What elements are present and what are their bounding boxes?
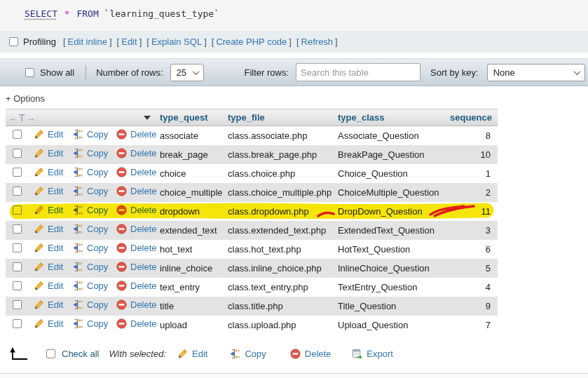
delete-icon (116, 205, 127, 215)
edit-pencil-icon (177, 349, 188, 359)
delete-icon (116, 129, 127, 140)
sort-by-key-select[interactable]: None (487, 64, 585, 81)
row-edit-link[interactable]: Edit (34, 243, 63, 253)
row-delete-link[interactable]: Delete (116, 186, 157, 196)
column-header-type-file[interactable]: type_file (225, 109, 335, 126)
selected-edit-button[interactable]: Edit (177, 349, 207, 359)
row-checkbox[interactable] (13, 224, 22, 234)
row-copy-link[interactable]: Copy (73, 224, 108, 234)
row-copy-link[interactable]: Copy (73, 281, 108, 291)
row-delete-link[interactable]: Delete (116, 205, 157, 215)
cell-type-quest: inline_choice (157, 259, 225, 278)
number-of-rows-select[interactable]: 25 (170, 64, 204, 81)
explain-sql-link[interactable]: Explain SQL (149, 36, 204, 47)
filter-table-input[interactable] (296, 63, 421, 81)
selected-export-button[interactable]: Export (352, 349, 393, 359)
cell-type-class: Associate_Question (335, 126, 447, 145)
row-edit-link[interactable]: Edit (34, 224, 63, 234)
row-delete-link[interactable]: Delete (116, 224, 157, 234)
row-copy-link[interactable]: Copy (73, 205, 108, 215)
create-php-code-link[interactable]: Create PHP code (214, 36, 289, 47)
sort-options-icon[interactable] (144, 116, 151, 120)
row-checkbox[interactable] (13, 262, 22, 271)
row-edit-link[interactable]: Edit (34, 129, 63, 140)
row-select-cell (6, 259, 28, 278)
row-edit-link[interactable]: Edit (34, 186, 63, 196)
chevron-down-icon (573, 68, 580, 75)
row-checkbox[interactable] (13, 149, 22, 158)
cell-type-class: HotText_Question (335, 240, 447, 259)
row-edit-link[interactable]: Edit (34, 262, 63, 272)
edit-pencil-icon (34, 262, 44, 272)
row-copy-link[interactable]: Copy (73, 299, 108, 310)
row-copy-link[interactable]: Copy (73, 129, 108, 140)
check-all-label[interactable]: Check all (62, 349, 99, 359)
column-header-type-class[interactable]: type_class (335, 109, 447, 126)
row-select-cell (6, 164, 28, 183)
row-checkbox[interactable] (13, 300, 22, 309)
row-copy-link[interactable]: Copy (73, 186, 108, 196)
row-checkbox[interactable] (13, 243, 22, 252)
delete-icon (116, 243, 127, 253)
selected-copy-button[interactable]: Copy (230, 349, 266, 359)
row-delete-link[interactable]: Delete (116, 318, 157, 329)
cell-type-class: TextEntry_Question (335, 278, 447, 297)
row-checkbox[interactable] (13, 168, 22, 177)
delete-icon (116, 224, 127, 234)
cell-type-quest: associate (157, 126, 225, 145)
row-delete-link[interactable]: Delete (116, 167, 157, 177)
row-edit-link[interactable]: Edit (34, 299, 63, 310)
row-checkbox[interactable] (13, 130, 22, 139)
row-copy-link[interactable]: Copy (73, 318, 108, 329)
column-reorder-icon[interactable]: ←T→ (8, 112, 36, 123)
copy-row-icon (73, 224, 83, 234)
cell-type-file: class.break_page.php (225, 145, 335, 164)
row-edit-link[interactable]: Edit (34, 167, 63, 177)
sql-select-keyword[interactable]: SELECT (25, 8, 57, 19)
row-checkbox[interactable] (13, 319, 22, 328)
edit-pencil-icon (34, 205, 44, 215)
copy-row-icon (73, 281, 83, 291)
column-header-sequence[interactable]: sequence (447, 109, 498, 126)
row-delete-link[interactable]: Delete (116, 299, 157, 310)
row-copy-link[interactable]: Copy (73, 167, 108, 177)
row-delete-link[interactable]: Delete (116, 243, 157, 253)
cell-type-quest: break_page (157, 145, 225, 164)
divider (86, 65, 86, 79)
cell-sequence: 11 (447, 202, 498, 221)
row-edit-link[interactable]: Edit (34, 205, 63, 215)
cell-sequence: 7 (447, 316, 498, 335)
export-icon (352, 349, 362, 359)
cell-type-file: class.hot_text.php (225, 240, 335, 259)
row-checkbox[interactable] (13, 205, 22, 215)
row-edit-link[interactable]: Edit (34, 318, 63, 329)
row-copy-link[interactable]: Copy (73, 243, 108, 253)
check-all-checkbox[interactable] (46, 349, 55, 358)
result-table-body: Edit Copy Delete associate class.associa… (6, 126, 498, 335)
row-checkbox[interactable] (13, 281, 22, 290)
edit-link[interactable]: Edit (119, 36, 139, 47)
table-row: Edit Copy Delete break_page class.break_… (6, 145, 498, 164)
query-action-explain-sql: [Explain SQL] (146, 36, 207, 47)
row-edit-link[interactable]: Edit (34, 281, 63, 291)
row-edit-link[interactable]: Edit (34, 148, 63, 158)
row-delete-link[interactable]: Delete (116, 148, 157, 158)
show-all-checkbox[interactable] (25, 68, 34, 77)
row-delete-link[interactable]: Delete (116, 262, 157, 272)
row-delete-link[interactable]: Delete (116, 129, 157, 140)
copy-row-icon (73, 318, 83, 329)
column-header-type-quest[interactable]: type_quest (157, 109, 225, 126)
table-row: Edit Copy Delete inline_choice class.inl… (6, 259, 498, 278)
options-toggle-link[interactable]: + Options (6, 93, 45, 104)
sql-query-box: SELECT * FROM `learning_quest_type` (0, 0, 588, 29)
refresh-link[interactable]: Refresh (299, 36, 336, 47)
selected-delete-button[interactable]: Delete (290, 349, 331, 359)
cell-type-class: DropDown_Question (335, 202, 447, 221)
edit-inline-link[interactable]: Edit inline (66, 36, 109, 47)
row-delete-link[interactable]: Delete (116, 281, 157, 291)
row-copy-link[interactable]: Copy (73, 148, 108, 158)
row-copy-link[interactable]: Copy (73, 262, 108, 272)
row-checkbox[interactable] (13, 187, 22, 196)
cell-type-file: class.extended_text.php (225, 221, 335, 240)
profiling-checkbox[interactable] (9, 37, 18, 46)
